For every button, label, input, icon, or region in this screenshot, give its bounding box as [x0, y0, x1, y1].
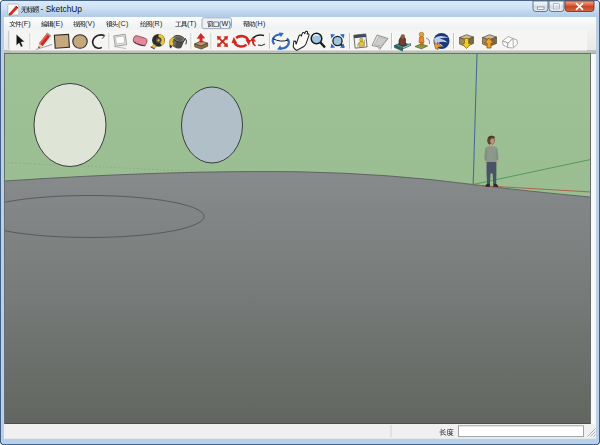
svg-text:(H): (H)	[255, 20, 265, 28]
svg-text:(T): (T)	[187, 20, 197, 28]
svg-text:(V): (V)	[85, 20, 95, 28]
svg-text:(C): (C)	[118, 20, 128, 28]
svg-text:(E): (E)	[53, 20, 63, 28]
svg-text:(F): (F)	[21, 20, 31, 28]
svg-text:- SketchUp: - SketchUp	[41, 4, 83, 14]
svg-text:(R): (R)	[152, 20, 162, 28]
svg-text:(W): (W)	[219, 20, 231, 28]
